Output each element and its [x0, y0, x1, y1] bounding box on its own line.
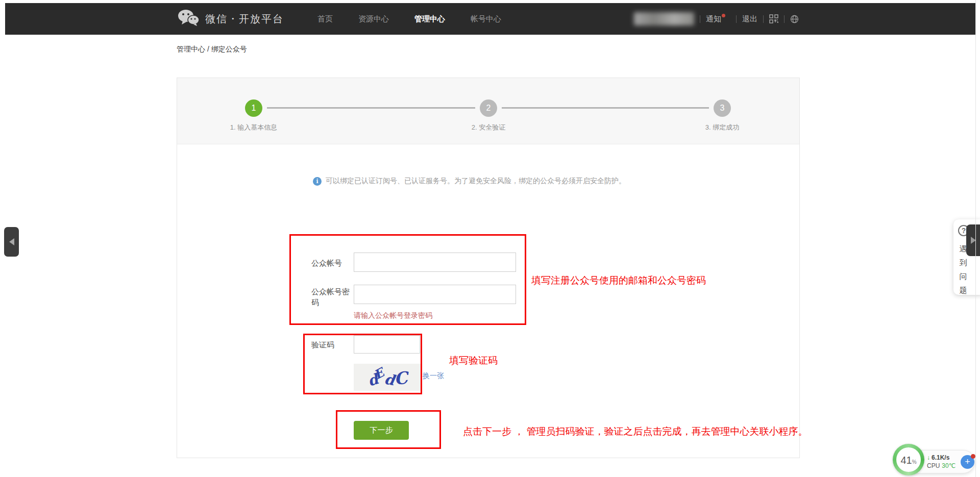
battery-percent-ring[interactable]: 41% [893, 444, 924, 475]
language-globe-icon[interactable] [790, 15, 799, 23]
monitor-plus-button[interactable]: + [961, 455, 974, 469]
password-input[interactable] [354, 285, 516, 304]
topbar-right: 通知 退出 [634, 3, 799, 35]
bind-notice: i 可以绑定已认证订阅号、已认证服务号。为了避免安全风险，绑定的公众号必须开启安… [313, 177, 626, 186]
captcha-input[interactable] [354, 335, 420, 354]
download-arrow-icon: ↓ [927, 454, 930, 461]
password-label: 公众帐号密码 [311, 286, 354, 308]
monitor-alert-dot [971, 454, 975, 459]
nav-home[interactable]: 首页 [317, 14, 333, 24]
help-char: 问 [955, 269, 971, 283]
net-speed-value: 6.1K/s [932, 454, 949, 461]
notifications-link[interactable]: 通知 [706, 14, 721, 24]
chevron-right-icon [971, 237, 976, 244]
notification-dot [722, 14, 725, 17]
username-redacted[interactable] [634, 12, 694, 26]
nav-resource-center[interactable]: 资源中心 [358, 14, 389, 24]
bind-account-panel: 1 2 3 1. 输入基本信息 2. 安全验证 3. 绑定成功 i 可以绑定已认… [177, 78, 800, 458]
annotation-captcha-text: 填写验证码 [449, 354, 498, 367]
divider [700, 15, 700, 23]
network-speed: ↓6.1K/s [927, 454, 955, 462]
cpu-label: CPU [927, 462, 940, 469]
annotation-credentials-text: 填写注册公众号使用的邮箱和公众号密码 [531, 274, 706, 287]
wechat-logo-icon [178, 9, 200, 29]
screen: 微信・开放平台 首页 资源中心 管理中心 帐号中心 通知 退出 [0, 0, 980, 477]
percent-readout: 41% [896, 447, 921, 472]
plus-icon: + [965, 457, 970, 467]
logout-link[interactable]: 退出 [742, 14, 757, 24]
info-icon: i [313, 177, 322, 186]
nav-account-center[interactable]: 帐号中心 [471, 14, 501, 24]
help-char: 到 [955, 256, 971, 269]
step-connector [502, 107, 709, 109]
top-navigation: 首页 资源中心 管理中心 帐号中心 [317, 14, 501, 24]
chevron-left-icon [9, 238, 14, 245]
divider [784, 15, 785, 23]
annotation-next-text: 点击下一步 ， 管理员扫码验证，验证之后点击完成，再去管理中心关联小程序。 [463, 425, 808, 438]
brand-title: 微信・开放平台 [205, 12, 284, 26]
percent-value: 41 [900, 455, 912, 466]
topbar: 微信・开放平台 首页 资源中心 管理中心 帐号中心 通知 退出 [5, 3, 975, 35]
step-3-label: 3. 绑定成功 [671, 123, 773, 132]
divider [736, 15, 737, 23]
help-char: 题 [955, 283, 971, 297]
percent-unit: % [912, 459, 917, 465]
expand-right-button[interactable] [966, 224, 980, 256]
step-connector [267, 107, 475, 109]
captcha-refresh-link[interactable]: 换一张 [423, 371, 444, 381]
divider [763, 15, 764, 23]
step-2-circle: 2 [480, 99, 497, 117]
cpu-status: CPU30℃ [927, 462, 955, 470]
steps-header: 1 2 3 1. 输入基本信息 2. 安全验证 3. 绑定成功 [177, 78, 799, 144]
notice-text: 可以绑定已认证订阅号、已认证服务号。为了避免安全风险，绑定的公众号必须开启安全防… [326, 177, 626, 186]
step-1-circle: 1 [245, 99, 262, 117]
captcha-label: 验证码 [311, 339, 347, 350]
nav-management-center[interactable]: 管理中心 [414, 14, 445, 24]
breadcrumb: 管理中心 / 绑定公众号 [177, 45, 247, 54]
account-label: 公众帐号 [311, 258, 357, 268]
next-step-button[interactable]: 下一步 [354, 421, 409, 440]
collapse-left-button[interactable] [4, 227, 19, 257]
step-2-label: 2. 安全验证 [437, 123, 540, 132]
captcha-image[interactable]: d E d C [354, 364, 421, 391]
account-input[interactable] [354, 253, 516, 272]
captcha-char: C [393, 368, 408, 389]
step-3-circle: 3 [714, 99, 731, 117]
cpu-temp-value: 30℃ [942, 462, 955, 469]
brand: 微信・开放平台 [178, 9, 284, 29]
qrcode-icon[interactable] [769, 14, 778, 23]
monitor-stats: ↓6.1K/s CPU30℃ [927, 454, 955, 470]
password-error-text: 请输入公众帐号登录密码 [354, 311, 432, 320]
window-right-edge [975, 0, 976, 477]
step-1-label: 1. 输入基本信息 [203, 123, 305, 132]
